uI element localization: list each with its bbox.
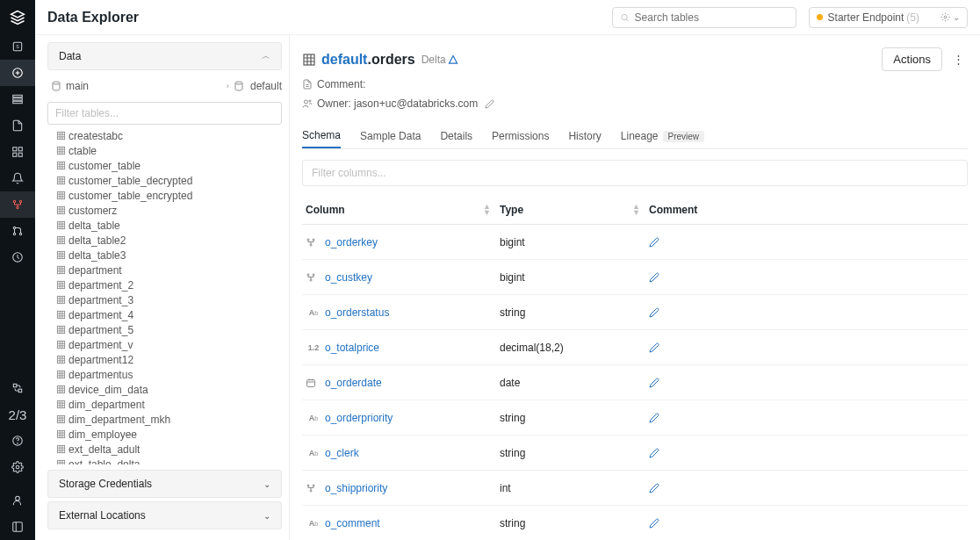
- table-tree-item[interactable]: ext_delta_adult: [47, 442, 285, 457]
- header-type[interactable]: Type: [500, 204, 523, 216]
- type-icon: [306, 272, 321, 283]
- table-icon: [302, 53, 316, 67]
- table-tree-item[interactable]: delta_table2: [47, 233, 285, 248]
- edit-comment-icon[interactable]: [649, 378, 659, 388]
- edit-comment-icon[interactable]: [649, 237, 659, 248]
- endpoint-name: Starter Endpoint: [828, 11, 904, 24]
- column-name[interactable]: o_custkey: [325, 271, 372, 284]
- comment-row: Comment:: [302, 78, 968, 90]
- edit-comment-icon[interactable]: [649, 307, 659, 318]
- table-tree-item[interactable]: delta_table: [47, 218, 285, 233]
- column-name[interactable]: o_comment: [325, 517, 380, 529]
- table-tree-item[interactable]: department_5: [47, 322, 285, 337]
- svg-rect-9: [18, 153, 22, 156]
- owner-row: Owner: jason+uc@databricks.com: [302, 97, 968, 110]
- settings-icon[interactable]: [0, 454, 35, 480]
- edit-comment-icon[interactable]: [649, 518, 659, 529]
- help-icon[interactable]: [0, 428, 35, 454]
- tab-schema[interactable]: Schema: [302, 124, 341, 148]
- table-tree-item[interactable]: ctable: [47, 143, 285, 158]
- sql-icon[interactable]: S: [0, 33, 35, 60]
- table-tree-item[interactable]: customer_table: [47, 158, 285, 173]
- edit-comment-icon[interactable]: [649, 483, 659, 493]
- column-type: date: [500, 377, 649, 389]
- search-tables-input[interactable]: [635, 11, 789, 24]
- table-tree-item[interactable]: customerz: [47, 203, 285, 218]
- header-comment[interactable]: Comment: [649, 204, 697, 216]
- table-tree-item[interactable]: department_4: [47, 307, 285, 322]
- actions-button[interactable]: Actions: [882, 47, 942, 71]
- grid-icon[interactable]: [0, 139, 35, 165]
- edit-comment-icon[interactable]: [649, 413, 659, 423]
- table-tree-item[interactable]: dim_department_mkh: [47, 412, 285, 427]
- tab-lineage[interactable]: Lineage Preview: [621, 124, 704, 148]
- collapse-icon[interactable]: [0, 514, 35, 540]
- table-icon: [56, 400, 68, 409]
- tab-details[interactable]: Details: [440, 124, 472, 148]
- column-name[interactable]: o_shippriority: [325, 482, 387, 494]
- alerts-icon[interactable]: [0, 165, 35, 191]
- kebab-menu[interactable]: ⋮: [949, 49, 968, 69]
- edit-comment-icon[interactable]: [649, 342, 659, 353]
- search-tables[interactable]: [612, 7, 796, 28]
- edit-owner-icon[interactable]: [485, 99, 494, 109]
- catalog-crumb[interactable]: main: [51, 80, 89, 92]
- table-tree-item[interactable]: device_dim_data: [47, 382, 285, 397]
- column-name[interactable]: o_totalprice: [325, 342, 379, 354]
- progress-badge[interactable]: 2/3: [0, 401, 35, 428]
- column-name[interactable]: o_orderdate: [325, 377, 382, 389]
- column-name[interactable]: o_orderpriority: [325, 412, 393, 424]
- chevron-right-icon: ›: [227, 82, 229, 90]
- column-name[interactable]: o_clerk: [325, 447, 359, 459]
- edit-comment-icon[interactable]: [649, 448, 659, 458]
- sort-icon[interactable]: ▲▼: [483, 204, 491, 216]
- table-tree: createstabcctablecustomer_tablecustomer_…: [47, 128, 289, 464]
- lineage-icon[interactable]: [0, 218, 35, 244]
- column-name[interactable]: o_orderkey: [325, 236, 378, 248]
- table-tree-item[interactable]: departmentus: [47, 367, 285, 382]
- table-tree-item[interactable]: department_3: [47, 292, 285, 307]
- table-tree-item[interactable]: department12: [47, 352, 285, 367]
- tab-sample-data[interactable]: Sample Data: [360, 124, 421, 148]
- table-tree-item[interactable]: ext_table_delta: [47, 457, 285, 464]
- shortcuts-icon[interactable]: [0, 375, 35, 401]
- schema-crumb[interactable]: default: [234, 80, 282, 92]
- endpoint-selector[interactable]: Starter Endpoint (5) ⌄: [809, 7, 968, 28]
- external-locations-accordion[interactable]: External Locations ⌄: [47, 501, 282, 529]
- column-name[interactable]: o_orderstatus: [325, 306, 389, 319]
- schema-row: o_orderkeybigint: [302, 225, 968, 260]
- table-icon: [56, 310, 68, 320]
- edit-comment-icon[interactable]: [649, 272, 659, 283]
- table-tree-item[interactable]: department_v: [47, 337, 285, 352]
- storage-credentials-accordion[interactable]: Storage Credentials ⌄: [47, 470, 282, 498]
- data-explorer-icon[interactable]: [0, 191, 35, 218]
- history-icon[interactable]: [0, 244, 35, 270]
- filter-tables-input[interactable]: [47, 102, 282, 125]
- owner-value: jason+uc@databricks.com: [354, 97, 478, 110]
- user-icon[interactable]: [0, 487, 35, 514]
- chevron-down-icon: ⌄: [263, 479, 270, 489]
- tab-permissions[interactable]: Permissions: [492, 124, 549, 148]
- table-icon: [56, 340, 68, 349]
- svg-rect-43: [57, 356, 64, 363]
- table-tree-item[interactable]: dim_department: [47, 397, 285, 412]
- table-tree-item[interactable]: dim_employee: [47, 427, 285, 442]
- table-tree-item[interactable]: customer_table_decrypted: [47, 173, 285, 188]
- logo-icon[interactable]: [0, 2, 35, 33]
- gear-icon[interactable]: [940, 12, 950, 22]
- schema-row: Abo_clerkstring: [302, 436, 968, 471]
- table-tree-item[interactable]: department_2: [47, 277, 285, 292]
- table-tree-item[interactable]: createstabc: [47, 128, 285, 143]
- sort-icon[interactable]: ▲▼: [632, 204, 640, 216]
- column-type: int: [500, 482, 649, 494]
- table-tree-item[interactable]: department: [47, 263, 285, 277]
- dashboards-icon[interactable]: [0, 112, 35, 139]
- data-accordion[interactable]: Data ︿: [47, 42, 282, 70]
- tab-history[interactable]: History: [568, 124, 601, 148]
- new-icon[interactable]: [0, 60, 35, 86]
- header-column[interactable]: Column: [306, 204, 345, 216]
- queries-icon[interactable]: [0, 86, 35, 112]
- filter-columns-input[interactable]: [302, 160, 968, 186]
- table-tree-item[interactable]: delta_table3: [47, 248, 285, 263]
- table-tree-item[interactable]: customer_table_encrypted: [47, 188, 285, 203]
